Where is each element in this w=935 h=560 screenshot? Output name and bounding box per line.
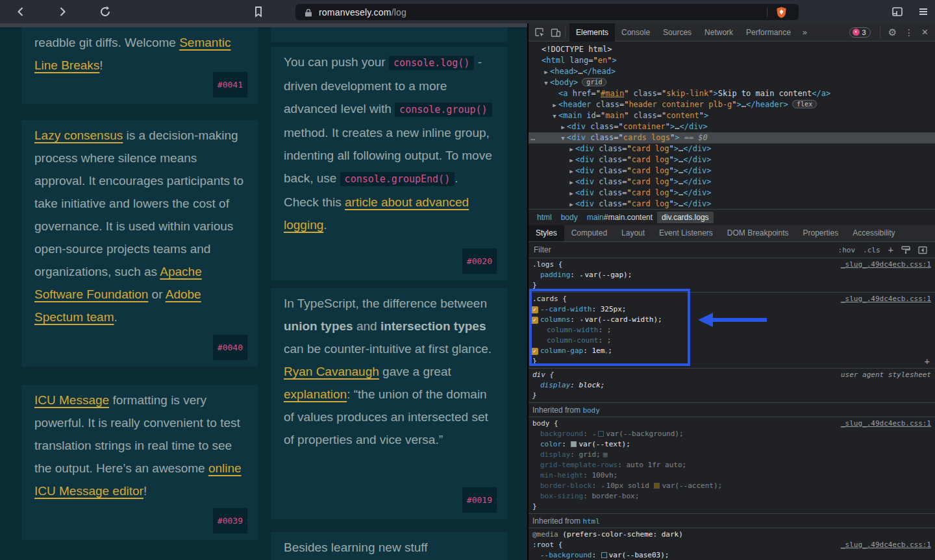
- expand-arrow-icon[interactable]: ▶: [567, 188, 575, 199]
- device-toolbar-icon[interactable]: [551, 27, 561, 38]
- dock-sidebar-icon[interactable]: [918, 246, 927, 254]
- url-text[interactable]: romanvesely.com/log: [319, 7, 406, 18]
- css-property[interactable]: ✓columns: ▾var(--card-width);: [529, 315, 935, 325]
- element-node[interactable]: ▶<div class="card log">…</div>: [529, 188, 935, 199]
- css-property[interactable]: color: var(--text);: [529, 439, 935, 450]
- css-property[interactable]: display: grid;▦: [529, 450, 935, 460]
- devtools-tab-console[interactable]: Console: [615, 23, 656, 42]
- flex-badge[interactable]: flex: [792, 100, 817, 108]
- inspect-element-icon[interactable]: [534, 27, 545, 38]
- element-node[interactable]: ▶<div class="card log">…</div>: [529, 177, 935, 188]
- card-link[interactable]: Ryan Cavanaugh: [284, 365, 379, 378]
- card-link[interactable]: Lazy consensus: [34, 128, 123, 142]
- expand-arrow-icon[interactable]: ▶: [567, 144, 575, 155]
- collapse-arrow-icon[interactable]: ▼: [551, 111, 558, 122]
- css-property[interactable]: min-height: 100vh;: [529, 470, 935, 481]
- element-node[interactable]: ▶<div class="card log">…</div>: [529, 143, 935, 154]
- breadcrumb-item[interactable]: main#main.content: [582, 212, 657, 223]
- breadcrumb-item[interactable]: div.cards.logs: [657, 212, 713, 223]
- expand-arrow-icon[interactable]: ▶: [567, 166, 575, 177]
- element-node[interactable]: ▶<div class="container">…</div>: [529, 121, 935, 132]
- breadcrumb-item[interactable]: html: [532, 212, 556, 223]
- css-property[interactable]: box-sizing: border-box;: [529, 491, 935, 502]
- element-node[interactable]: ▼<body>grid: [529, 77, 935, 88]
- css-property[interactable]: column-count: ;: [529, 335, 935, 346]
- css-property[interactable]: padding: ▸var(--gap);: [529, 270, 935, 280]
- stylesheet-source-link[interactable]: _slug_.49dc4ecb.css:1: [841, 541, 931, 549]
- devtools-tab-sources[interactable]: Sources: [656, 23, 698, 42]
- expand-arrow-icon[interactable]: ▶: [551, 100, 558, 111]
- sidebar-tab-layout[interactable]: Layout: [614, 225, 652, 241]
- css-property[interactable]: ✓column-gap: 1em⌄;: [529, 346, 935, 356]
- stylesheet-source-link[interactable]: _slug_.49dc4ecb.css:1: [841, 295, 931, 303]
- expand-arrow-icon[interactable]: ▶: [559, 122, 567, 133]
- sidebar-tab-computed[interactable]: Computed: [564, 225, 614, 241]
- css-property[interactable]: grid-template-rows: auto 1fr auto;: [529, 460, 935, 470]
- element-node[interactable]: ▶<div class="card log">…</div>: [529, 199, 935, 209]
- color-swatch[interactable]: [571, 441, 577, 447]
- color-swatch[interactable]: [601, 552, 607, 558]
- sidebar-tab-styles[interactable]: Styles: [529, 225, 564, 241]
- expand-arrow-icon[interactable]: ▶: [567, 199, 575, 209]
- brave-shield-icon[interactable]: [776, 6, 787, 18]
- sidebar-tab-accessibility[interactable]: Accessibility: [845, 225, 902, 241]
- filter-input[interactable]: Filter: [534, 245, 551, 254]
- new-style-rule-button[interactable]: +: [888, 245, 893, 255]
- settings-gear-icon[interactable]: ⚙: [888, 27, 897, 38]
- forward-icon[interactable]: [56, 5, 69, 18]
- devtools-close-icon[interactable]: ✕: [921, 27, 929, 37]
- lock-icon[interactable]: [305, 8, 312, 16]
- rendering-icon[interactable]: [901, 246, 910, 254]
- element-node[interactable]: <html lang="en">: [529, 55, 935, 66]
- sidebar-tab-dom-breakpoints[interactable]: DOM Breakpoints: [720, 225, 796, 241]
- address-bar[interactable]: romanvesely.com/log: [295, 4, 799, 20]
- property-checkbox[interactable]: ✓: [531, 306, 538, 313]
- expand-arrow-icon[interactable]: ▶: [542, 67, 550, 78]
- bookmark-icon[interactable]: [252, 5, 265, 18]
- color-swatch[interactable]: [598, 431, 604, 437]
- property-checkbox[interactable]: ✓: [531, 317, 538, 324]
- error-badge[interactable]: ✕ 3: [849, 27, 871, 38]
- back-icon[interactable]: [14, 5, 27, 18]
- stylesheet-source-link[interactable]: _slug_.49dc4ecb.css:1: [841, 419, 931, 428]
- breadcrumb-item[interactable]: body: [556, 212, 582, 223]
- element-node[interactable]: ▶<header class="header container plb-g">…: [529, 99, 935, 110]
- css-property[interactable]: display: block;: [529, 380, 935, 391]
- expand-arrow-icon[interactable]: ▶: [567, 177, 575, 188]
- color-swatch[interactable]: [654, 483, 660, 489]
- stylesheet-source-link[interactable]: user agent stylesheet: [841, 371, 931, 379]
- sidebar-tab-event-listeners[interactable]: Event Listeners: [652, 225, 720, 241]
- inherited-node-link[interactable]: html: [582, 517, 600, 526]
- sidebar-toggle-icon[interactable]: [891, 5, 904, 18]
- element-node[interactable]: ▶<div class="card log">…</div>: [529, 154, 935, 165]
- grid-editor-icon[interactable]: ▦: [603, 450, 608, 459]
- css-property[interactable]: border-block: ▸10px solid var(--accent);: [529, 481, 935, 491]
- devtools-tab-performance[interactable]: Performance: [740, 23, 797, 42]
- grid-badge[interactable]: grid: [582, 78, 606, 86]
- css-property[interactable]: column-width: ;: [529, 325, 935, 335]
- menu-icon[interactable]: [917, 5, 930, 18]
- card-link[interactable]: ICU Message: [34, 393, 109, 407]
- toggle-hover-state-button[interactable]: :hov: [838, 246, 856, 254]
- element-node[interactable]: ▶<div class="card log">…</div>: [529, 165, 935, 177]
- sidebar-tab-properties[interactable]: Properties: [796, 225, 846, 241]
- devtools-tab-elements[interactable]: Elements: [569, 23, 615, 42]
- card-link[interactable]: explanation: [284, 387, 347, 401]
- css-property[interactable]: background: ▸var(--background);: [529, 429, 935, 439]
- kebab-menu-icon[interactable]: ⋮: [904, 27, 914, 38]
- property-checkbox[interactable]: ✓: [531, 348, 538, 355]
- inherited-node-link[interactable]: body: [582, 406, 600, 415]
- css-property[interactable]: ✓--card-width: 325px;: [529, 304, 935, 315]
- element-node[interactable]: ▼<main id="main" class="content">: [529, 110, 935, 121]
- css-property[interactable]: --background: var(--base03);: [529, 550, 935, 560]
- element-node[interactable]: ▶<head>…</head>: [529, 66, 935, 77]
- element-node[interactable]: <a href="#main" class="skip-link">Skip t…: [529, 88, 935, 99]
- node-overflow-dots[interactable]: …: [530, 132, 535, 143]
- insert-style-rule-button[interactable]: +: [925, 356, 930, 367]
- element-node[interactable]: …▼<div class="cards logs"> == $0: [529, 132, 935, 143]
- collapse-arrow-icon[interactable]: ▼: [542, 78, 550, 89]
- stylesheet-source-link[interactable]: _slug_.49dc4ecb.css:1: [841, 260, 931, 269]
- devtools-tab-network[interactable]: Network: [698, 23, 740, 42]
- toggle-class-button[interactable]: .cls: [863, 246, 880, 254]
- expand-arrow-icon[interactable]: ▶: [567, 155, 575, 166]
